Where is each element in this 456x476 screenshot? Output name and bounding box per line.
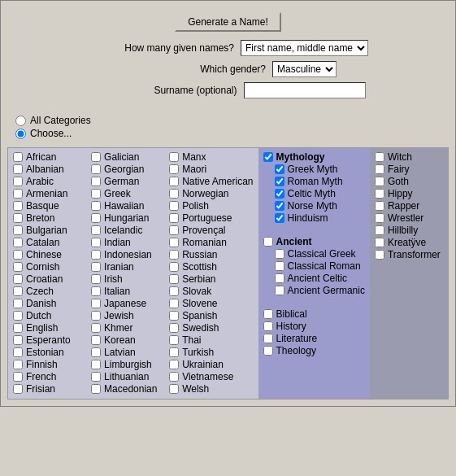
category-checkbox[interactable] <box>169 274 179 284</box>
category-label[interactable]: Biblical <box>276 308 307 320</box>
category-checkbox[interactable] <box>13 238 23 247</box>
category-label[interactable]: Manx <box>182 151 206 163</box>
category-label[interactable]: Welsh <box>182 383 209 395</box>
category-checkbox[interactable] <box>91 372 101 382</box>
category-label[interactable]: Croatian <box>26 273 63 285</box>
category-label[interactable]: Witch <box>388 151 412 163</box>
category-checkbox[interactable] <box>13 164 23 174</box>
category-label[interactable]: Albanian <box>26 164 64 175</box>
category-label[interactable]: History <box>276 321 306 332</box>
category-label[interactable]: Indian <box>104 237 131 248</box>
category-checkbox[interactable] <box>169 152 179 162</box>
category-checkbox[interactable] <box>91 201 101 211</box>
category-label[interactable]: Czech <box>26 286 54 297</box>
category-label[interactable]: German <box>104 176 139 187</box>
category-checkbox[interactable] <box>169 177 179 186</box>
category-checkbox[interactable] <box>13 201 23 211</box>
category-label[interactable]: Swedish <box>182 322 219 334</box>
category-label[interactable]: Hawaiian <box>104 200 144 212</box>
category-label[interactable]: Slovak <box>182 286 211 297</box>
category-label[interactable]: Bulgarian <box>26 225 67 236</box>
category-label[interactable]: Native American <box>182 176 253 187</box>
category-checkbox[interactable] <box>263 321 273 331</box>
category-checkbox[interactable] <box>169 238 179 247</box>
category-label[interactable]: Maori <box>182 164 206 175</box>
category-label[interactable]: Provençal <box>182 225 225 236</box>
category-checkbox[interactable] <box>169 262 179 272</box>
category-label[interactable]: Finnish <box>26 359 58 370</box>
category-checkbox[interactable] <box>375 189 384 199</box>
category-checkbox[interactable] <box>275 213 284 223</box>
category-checkbox[interactable] <box>13 360 23 369</box>
category-label[interactable]: Celtic Myth <box>288 188 336 199</box>
category-label[interactable]: Breton <box>26 212 54 224</box>
category-checkbox[interactable] <box>91 177 101 186</box>
category-checkbox[interactable] <box>91 164 101 174</box>
category-label[interactable]: Classical Greek <box>288 248 356 260</box>
category-label[interactable]: Ukrainian <box>182 359 224 370</box>
category-checkbox[interactable] <box>13 152 23 162</box>
category-checkbox[interactable] <box>13 384 23 394</box>
all-categories-label[interactable]: All Categories <box>30 115 91 126</box>
category-checkbox[interactable] <box>91 286 101 296</box>
category-label[interactable]: Romanian <box>182 237 227 248</box>
category-label[interactable]: Frisian <box>26 383 55 395</box>
category-checkbox[interactable] <box>275 273 284 283</box>
category-checkbox[interactable] <box>91 262 101 272</box>
choose-radio[interactable] <box>15 129 26 139</box>
ancient-header-label[interactable]: Ancient <box>276 236 312 247</box>
category-label[interactable]: Icelandic <box>104 225 142 236</box>
category-checkbox[interactable] <box>169 189 179 199</box>
category-label[interactable]: Irish <box>104 273 123 285</box>
category-label[interactable]: Classical Roman <box>288 260 361 272</box>
category-checkbox[interactable] <box>169 164 179 174</box>
mythology-header-label[interactable]: Mythology <box>276 151 325 163</box>
category-checkbox[interactable] <box>169 347 179 357</box>
category-label[interactable]: Greek <box>104 188 131 199</box>
category-checkbox[interactable] <box>13 335 23 345</box>
category-checkbox[interactable] <box>169 335 179 345</box>
category-checkbox[interactable] <box>275 286 284 295</box>
category-checkbox[interactable] <box>275 189 284 199</box>
category-checkbox[interactable] <box>13 347 23 357</box>
category-checkbox[interactable] <box>91 274 101 284</box>
category-label[interactable]: Vietnamese <box>182 371 233 382</box>
category-checkbox[interactable] <box>169 225 179 235</box>
category-checkbox[interactable] <box>375 238 384 247</box>
choose-label[interactable]: Choose... <box>30 128 72 139</box>
category-checkbox[interactable] <box>169 372 179 382</box>
gender-select[interactable]: Masculine Feminine Either <box>272 61 337 77</box>
category-label[interactable]: Fairy <box>388 164 410 175</box>
category-checkbox[interactable] <box>91 360 101 369</box>
category-label[interactable]: Serbian <box>182 273 215 285</box>
category-label[interactable]: Lithuanian <box>104 371 149 382</box>
category-label[interactable]: English <box>26 322 58 334</box>
category-checkbox[interactable] <box>91 335 101 345</box>
category-checkbox[interactable] <box>91 189 101 199</box>
category-checkbox[interactable] <box>375 177 384 186</box>
category-label[interactable]: Spanish <box>182 310 217 321</box>
category-checkbox[interactable] <box>13 225 23 235</box>
category-label[interactable]: Greek Myth <box>288 164 338 175</box>
surname-input[interactable] <box>244 82 366 98</box>
category-label[interactable]: Hinduism <box>288 212 328 224</box>
category-label[interactable]: African <box>26 151 56 163</box>
category-label[interactable]: Italian <box>104 286 130 297</box>
category-checkbox[interactable] <box>275 177 284 186</box>
category-label[interactable]: Chinese <box>26 249 62 260</box>
category-label[interactable]: Turkish <box>182 347 214 358</box>
category-checkbox[interactable] <box>91 323 101 333</box>
category-checkbox[interactable] <box>169 299 179 308</box>
category-checkbox[interactable] <box>169 323 179 333</box>
category-label[interactable]: Macedonian <box>104 383 157 395</box>
category-checkbox[interactable] <box>169 201 179 211</box>
category-checkbox[interactable] <box>275 164 284 174</box>
category-label[interactable]: Literature <box>276 333 318 344</box>
category-checkbox[interactable] <box>169 384 179 394</box>
mythology-checkbox[interactable] <box>263 152 273 162</box>
ancient-checkbox[interactable] <box>263 237 273 247</box>
category-label[interactable]: Norse Myth <box>288 200 337 212</box>
all-categories-radio[interactable] <box>15 116 26 126</box>
category-checkbox[interactable] <box>275 261 284 271</box>
category-label[interactable]: Ancient Celtic <box>288 273 347 284</box>
